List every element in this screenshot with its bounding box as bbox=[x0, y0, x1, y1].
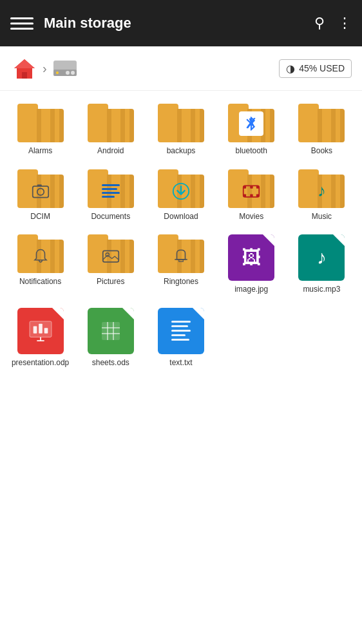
storage-used-badge: ◑ 45% USED bbox=[279, 59, 352, 78]
image-jpg-label: image.jpg bbox=[234, 285, 268, 295]
svg-rect-22 bbox=[33, 326, 37, 333]
alarms-label: Alarms bbox=[28, 146, 52, 156]
sheets-ods-icon bbox=[88, 308, 134, 354]
svg-rect-10 bbox=[37, 184, 41, 187]
svg-point-6 bbox=[66, 71, 70, 75]
svg-rect-27 bbox=[102, 322, 120, 340]
svg-rect-15 bbox=[243, 194, 246, 196]
movies-label: Movies bbox=[239, 212, 263, 222]
search-icon[interactable]: ⚲ bbox=[314, 15, 325, 32]
svg-point-7 bbox=[56, 71, 59, 74]
file-item-music[interactable]: ♪ Music bbox=[287, 164, 357, 227]
music-mp3-icon: ♪ bbox=[298, 234, 345, 281]
backups-icon bbox=[158, 104, 204, 142]
svg-rect-24 bbox=[44, 328, 48, 334]
app-header: Main storage ⚲ ⋮ bbox=[0, 0, 362, 46]
drive-icon bbox=[51, 57, 79, 80]
svg-rect-17 bbox=[250, 185, 252, 188]
menu-button[interactable] bbox=[10, 17, 33, 30]
file-item-backups[interactable]: backups bbox=[146, 99, 216, 162]
header-actions: ⚲ ⋮ bbox=[314, 15, 352, 32]
pictures-label: Pictures bbox=[97, 277, 124, 287]
text-txt-icon bbox=[158, 308, 204, 354]
ringtones-icon bbox=[158, 234, 204, 273]
presentation-odp-label: presentation.odp bbox=[12, 358, 69, 368]
android-label: Android bbox=[97, 146, 124, 156]
bluetooth-label: bluetooth bbox=[236, 146, 267, 156]
page-title: Main storage bbox=[44, 15, 314, 32]
notifications-icon bbox=[17, 234, 64, 273]
svg-rect-18 bbox=[250, 194, 252, 196]
pictures-icon bbox=[88, 234, 134, 273]
file-item-text-txt[interactable]: text.txt bbox=[146, 303, 216, 374]
svg-rect-14 bbox=[256, 185, 259, 188]
documents-icon bbox=[88, 169, 134, 208]
music-mp3-label: music.mp3 bbox=[303, 285, 340, 295]
backups-label: backups bbox=[167, 146, 196, 156]
file-item-download[interactable]: Download bbox=[146, 164, 216, 227]
file-item-notifications[interactable]: Notifications bbox=[5, 229, 75, 300]
documents-label: Documents bbox=[91, 212, 130, 222]
books-icon bbox=[298, 104, 345, 142]
text-txt-label: text.txt bbox=[169, 358, 192, 368]
music-icon: ♪ bbox=[298, 169, 345, 208]
svg-rect-16 bbox=[256, 194, 259, 196]
file-item-pictures[interactable]: Pictures bbox=[75, 229, 146, 300]
books-label: Books bbox=[311, 146, 332, 156]
storage-icon: ◑ bbox=[286, 62, 295, 75]
svg-rect-1 bbox=[22, 72, 27, 79]
file-item-presentation-odp[interactable]: presentation.odp bbox=[5, 303, 75, 374]
bluetooth-icon: ✗ bbox=[228, 104, 274, 142]
movies-icon bbox=[228, 169, 274, 208]
android-icon bbox=[88, 104, 134, 142]
image-jpg-icon: 🖼 bbox=[228, 234, 274, 281]
file-item-sheets-ods[interactable]: sheets.ods bbox=[75, 303, 146, 374]
home-button[interactable] bbox=[10, 54, 39, 82]
alarms-icon bbox=[17, 104, 64, 142]
file-item-music-mp3[interactable]: ♪ music.mp3 bbox=[287, 229, 357, 300]
dcim-label: DCIM bbox=[30, 212, 50, 222]
svg-point-5 bbox=[71, 71, 75, 75]
svg-marker-2 bbox=[14, 59, 35, 68]
breadcrumb: › ◑ 45% USED bbox=[0, 46, 362, 91]
dcim-icon bbox=[17, 169, 64, 208]
storage-drive[interactable] bbox=[51, 57, 79, 80]
svg-point-9 bbox=[37, 188, 44, 195]
breadcrumb-chevron: › bbox=[43, 61, 47, 76]
file-item-bluetooth[interactable]: ✗ bluetooth bbox=[216, 99, 287, 162]
file-item-books[interactable]: Books bbox=[287, 99, 357, 162]
presentation-odp-icon bbox=[17, 308, 64, 354]
download-label: Download bbox=[164, 212, 198, 222]
sheets-ods-label: sheets.ods bbox=[92, 358, 129, 368]
svg-rect-19 bbox=[103, 251, 119, 262]
home-icon bbox=[13, 57, 36, 80]
file-item-documents[interactable]: Documents bbox=[75, 164, 146, 227]
file-item-android[interactable]: Android bbox=[75, 99, 146, 162]
file-item-dcim[interactable]: DCIM bbox=[5, 164, 75, 227]
more-options-icon[interactable]: ⋮ bbox=[338, 15, 352, 32]
svg-rect-13 bbox=[243, 185, 246, 188]
svg-rect-23 bbox=[39, 323, 43, 333]
music-label: Music bbox=[312, 212, 332, 222]
file-grid: Alarms Android backups bbox=[0, 91, 362, 381]
file-item-image-jpg[interactable]: 🖼 image.jpg bbox=[216, 229, 287, 300]
file-item-ringtones[interactable]: Ringtones bbox=[146, 229, 216, 300]
download-icon bbox=[158, 169, 204, 208]
file-item-movies[interactable]: Movies bbox=[216, 164, 287, 227]
notifications-label: Notifications bbox=[19, 277, 61, 287]
file-item-alarms[interactable]: Alarms bbox=[5, 99, 75, 162]
storage-used-text: 45% USED bbox=[299, 63, 345, 73]
ringtones-label: Ringtones bbox=[164, 277, 198, 287]
